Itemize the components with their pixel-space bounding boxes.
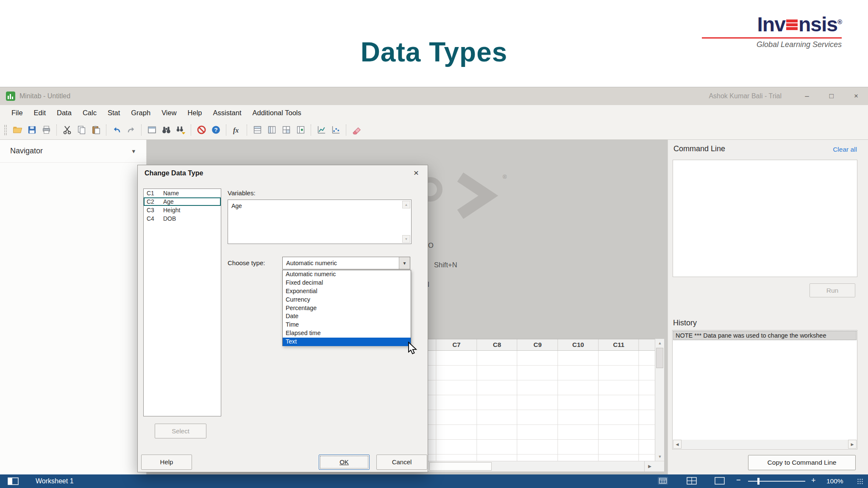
worksheet-vertical-scrollbar[interactable]: ▲ ▼: [655, 339, 664, 461]
scroll-down-icon[interactable]: ▼: [655, 452, 665, 461]
type-option-currency[interactable]: Currency: [283, 296, 411, 304]
menu-stat[interactable]: Stat: [102, 105, 125, 120]
resize-grip-icon[interactable]: [857, 478, 863, 484]
cut-icon[interactable]: [61, 124, 73, 136]
menu-graph[interactable]: Graph: [125, 105, 156, 120]
column-listbox[interactable]: C1NameC2AgeC3HeightC4DOB: [143, 189, 221, 416]
clear-all-link[interactable]: Clear all: [833, 146, 857, 153]
select-button[interactable]: Select: [155, 424, 206, 438]
scroll-right-icon[interactable]: ▶: [848, 440, 857, 449]
spin-up-icon[interactable]: ▲: [402, 201, 410, 208]
type-option-date[interactable]: Date: [283, 312, 411, 321]
menu-additional-tools[interactable]: Additional Tools: [247, 105, 306, 120]
slide-banner: Data Types Invnsis® Global Learning Serv…: [0, 0, 868, 87]
save-icon[interactable]: [25, 124, 38, 136]
column-header-c9[interactable]: C9: [517, 341, 558, 348]
insert-columns-icon[interactable]: [265, 124, 278, 136]
type-option-text[interactable]: Text: [283, 338, 411, 346]
find-next-icon[interactable]: [174, 124, 187, 136]
column-header-c8[interactable]: C8: [477, 341, 517, 348]
toolbar-separator: [247, 125, 247, 136]
minimize-button[interactable]: –: [801, 92, 813, 100]
eraser-icon[interactable]: [350, 124, 363, 136]
menu-help[interactable]: Help: [182, 105, 208, 120]
type-option-exponential[interactable]: Exponential: [283, 287, 411, 296]
column-header-c11[interactable]: C11: [598, 341, 639, 348]
insert-rows-icon[interactable]: [251, 124, 264, 136]
type-dropdown-list: Automatic numericFixed decimalExponentia…: [282, 270, 411, 346]
column-header-c10[interactable]: C10: [558, 341, 598, 348]
blank-view-icon[interactable]: [715, 477, 725, 485]
grid-view-icon[interactable]: [687, 477, 697, 485]
cancel-icon[interactable]: [195, 124, 208, 136]
toolbar-grip[interactable]: [4, 125, 7, 135]
insert-cells-icon[interactable]: [280, 124, 292, 136]
help-button[interactable]: Help: [141, 455, 192, 470]
shortcut-fragment: O: [428, 241, 434, 250]
worksheet-switcher-icon[interactable]: [8, 477, 19, 485]
maximize-button[interactable]: □: [826, 92, 837, 100]
zoom-slider-track[interactable]: [748, 481, 805, 482]
worksheet-name[interactable]: Worksheet 1: [36, 477, 74, 485]
scatterplot-icon[interactable]: [315, 124, 328, 136]
column-item-c2[interactable]: C2Age: [144, 197, 221, 206]
print-icon[interactable]: [40, 124, 53, 136]
navigator-panel: Navigator ▾: [0, 140, 147, 475]
toolbar-separator: [106, 125, 106, 136]
menu-file[interactable]: File: [6, 105, 28, 120]
close-button[interactable]: ×: [850, 92, 862, 100]
dialog-close-icon[interactable]: ×: [410, 167, 423, 180]
registered-mark: ®: [503, 174, 507, 180]
zoom-slider-thumb[interactable]: [757, 478, 760, 485]
invensis-logo: Invnsis® Global Learning Services: [702, 13, 842, 49]
run-button[interactable]: Run: [810, 283, 855, 297]
type-dropdown[interactable]: Automatic numeric ▼: [282, 257, 410, 269]
cancel-button[interactable]: Cancel: [376, 455, 427, 470]
insert-function-icon[interactable]: fx: [230, 124, 243, 136]
new-window-icon[interactable]: [145, 124, 158, 136]
column-item-c4[interactable]: C4DOB: [144, 214, 221, 223]
scroll-left-icon[interactable]: ◀: [673, 440, 682, 449]
redo-icon[interactable]: [125, 124, 137, 136]
type-option-percentage[interactable]: Percentage: [283, 304, 411, 313]
history-box[interactable]: NOTE *** Data pane was used to change th…: [672, 330, 857, 449]
history-note-row[interactable]: NOTE *** Data pane was used to change th…: [673, 331, 857, 340]
chevron-down-icon[interactable]: ▾: [132, 147, 135, 155]
copy-icon[interactable]: [75, 124, 88, 136]
dropdown-arrow-icon[interactable]: ▼: [399, 257, 410, 269]
column-item-c1[interactable]: C1Name: [144, 189, 221, 197]
type-option-elapsed-time[interactable]: Elapsed time: [283, 329, 411, 338]
column-header-c7[interactable]: C7: [436, 341, 477, 348]
edit-graph-icon[interactable]: [329, 124, 342, 136]
zoom-in-button[interactable]: +: [811, 476, 816, 485]
variables-field[interactable]: Age ▲ ▼: [228, 200, 412, 244]
spin-down-icon[interactable]: ▼: [402, 235, 410, 243]
move-columns-icon[interactable]: [294, 124, 307, 136]
menu-data[interactable]: Data: [51, 105, 77, 120]
scroll-right-icon[interactable]: ▶: [644, 461, 655, 471]
type-option-fixed-decimal[interactable]: Fixed decimal: [283, 279, 411, 287]
copy-to-command-line-button[interactable]: Copy to Command Line: [748, 455, 856, 470]
find-icon[interactable]: [160, 124, 172, 136]
horizontal-scroll-thumb[interactable]: [429, 462, 492, 471]
menu-edit[interactable]: Edit: [28, 105, 51, 120]
menu-assistant[interactable]: Assistant: [208, 105, 247, 120]
type-option-time[interactable]: Time: [283, 321, 411, 329]
undo-icon[interactable]: [110, 124, 123, 136]
menu-view[interactable]: View: [156, 105, 182, 120]
paste-icon[interactable]: [89, 124, 102, 136]
help-icon[interactable]: ?: [209, 124, 222, 136]
open-file-icon[interactable]: [11, 124, 24, 136]
navigator-header[interactable]: Navigator ▾: [0, 140, 146, 163]
history-scrollbar[interactable]: ◀ ▶: [673, 440, 857, 449]
ok-button[interactable]: OK: [319, 455, 370, 470]
menu-calc[interactable]: Calc: [77, 105, 102, 120]
vertical-scroll-thumb[interactable]: [656, 348, 663, 368]
data-view-icon[interactable]: [658, 477, 668, 485]
command-line-input[interactable]: [673, 160, 857, 277]
type-option-automatic-numeric[interactable]: Automatic numeric: [283, 270, 411, 279]
zoom-out-button[interactable]: −: [736, 476, 741, 485]
column-item-c3[interactable]: C3Height: [144, 206, 221, 214]
dialog-titlebar[interactable]: Change Data Type ×: [138, 165, 428, 181]
scroll-up-icon[interactable]: ▲: [655, 339, 665, 347]
